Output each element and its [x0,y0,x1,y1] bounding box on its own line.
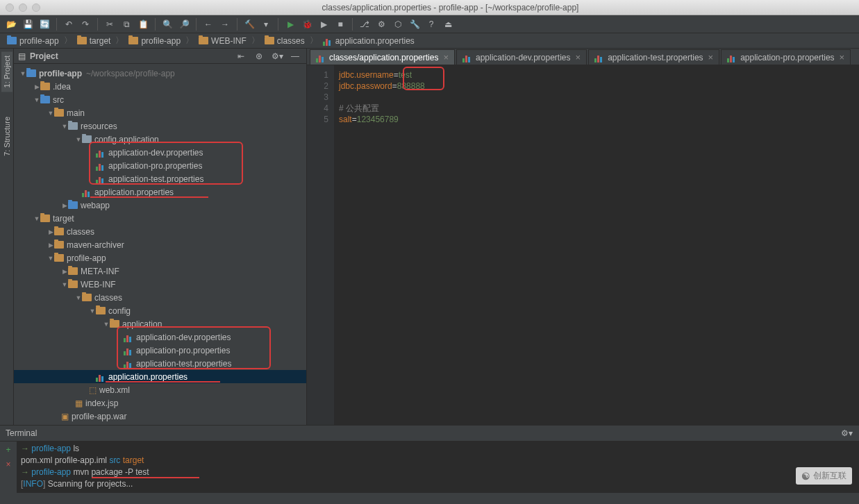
terminal-body[interactable]: → profile-app ls pom.xml profile-app.iml… [17,442,859,493]
run-config-icon[interactable]: ▾ [259,17,273,31]
tab-active[interactable]: classes/application.properties× [310,49,455,65]
folder-icon [54,109,64,117]
close-window-icon[interactable] [6,3,14,12]
terminal-header[interactable]: Terminal ⚙▾ [0,425,859,442]
crumb-0[interactable]: profile-app [4,35,62,47]
tools-icon[interactable]: 🔧 [408,17,422,31]
editor: classes/application.properties× applicat… [307,49,859,425]
vcs-icon[interactable]: ⎇ [358,17,372,31]
tree-pom[interactable]: mpom.xml [14,423,306,425]
plus-icon[interactable]: + [6,444,10,456]
tree-app2[interactable]: application.properties [14,370,306,383]
crumb-2[interactable]: profile-app [126,35,183,47]
open-icon[interactable]: 📂 [4,17,18,31]
debug-icon[interactable]: 🐞 [300,17,314,31]
sidebar-header: ▤ Project ⇤ ⊛ ⚙▾ — [14,49,306,64]
tab-dev[interactable]: application-dev.properties× [456,49,587,65]
tree-test[interactable]: application-test.properties [14,172,306,185]
exit-icon[interactable]: ⏏ [441,17,455,31]
tree-maven[interactable]: ▶maven-archiver [14,238,306,251]
sdk-icon[interactable]: ⬡ [391,17,405,31]
cut-icon[interactable]: ✂ [103,17,117,31]
properties-icon [96,148,106,158]
toolwindow-structure[interactable]: 7: Structure [1,112,12,160]
tree-webinf[interactable]: ▼WEB-INF [14,278,306,291]
sidebar-title[interactable]: Project [30,51,230,61]
crumb-4[interactable]: classes [262,35,308,47]
archive-icon: ▣ [61,412,69,421]
tree-indexjsp[interactable]: ▦index.jsp [14,396,306,410]
window-controls[interactable] [6,3,40,12]
tree-idea[interactable]: ▶.idea [14,80,306,93]
resources-icon [68,122,78,130]
close-icon[interactable]: × [840,52,845,62]
undo-icon[interactable]: ↶ [62,17,76,31]
tree-classes[interactable]: ▶classes [14,225,306,238]
forward-icon[interactable]: → [218,17,232,31]
redo-icon[interactable]: ↷ [78,17,92,31]
tab-test[interactable]: application-test.properties× [588,49,719,65]
close-icon[interactable]: × [576,52,581,62]
tree-pro[interactable]: application-pro.properties [14,159,306,172]
properties-icon [82,187,92,197]
tree-main[interactable]: ▼main [14,106,306,119]
tree-app[interactable]: application.properties [14,185,306,199]
code-body[interactable]: jdbc.username=test jdbc.password=888888 … [335,65,859,425]
tree-dev2[interactable]: application-dev.properties [14,330,306,344]
tree-profileapp[interactable]: ▼profile-app [14,251,306,264]
replace-icon[interactable]: 🔎 [177,17,191,31]
find-icon[interactable]: 🔍 [160,17,174,31]
tree-war[interactable]: ▣profile-app.war [14,410,306,423]
gear-icon[interactable]: ⚙▾ [840,426,853,440]
run-icon[interactable]: ▶ [283,17,297,31]
copy-icon[interactable]: ⧉ [119,17,133,31]
status-bar [0,493,859,498]
terminal[interactable]: + × → profile-app ls pom.xml profile-app… [0,442,859,493]
folder-icon [68,280,78,288]
help-icon[interactable]: ? [424,17,438,31]
tree-webxml[interactable]: ⬚web.xml [14,383,306,396]
back-icon[interactable]: ← [201,17,215,31]
tree-config[interactable]: ▼config.application [14,133,306,146]
hide-icon[interactable]: — [288,49,302,63]
crumb-5[interactable]: application.properties [320,35,417,47]
folder-icon [7,37,17,44]
tree-pro2[interactable]: application-pro.properties [14,344,306,357]
project-tree[interactable]: ▼profile-app~/workspace/profile-app ▶.id… [14,64,306,425]
folder-icon [265,37,274,44]
tree-resources[interactable]: ▼resources [14,119,306,133]
tree-config2[interactable]: ▼config [14,304,306,317]
folder-icon [199,37,208,44]
sync-icon[interactable]: 🔄 [37,17,51,31]
folder-icon [54,254,64,262]
close-icon[interactable]: × [443,52,449,62]
close-icon[interactable]: × [708,52,714,62]
tree-application2[interactable]: ▼application [14,317,306,330]
code-area[interactable]: 12345 jdbc.username=test jdbc.password=8… [307,65,859,425]
locate-icon[interactable]: ⊛ [252,49,266,63]
crumb-3[interactable]: WEB-INF [196,35,249,47]
collapse-icon[interactable]: ⇤ [234,49,248,63]
build-icon[interactable]: 🔨 [242,17,256,31]
gear-icon[interactable]: ⚙▾ [270,49,284,63]
project-sidebar: ▤ Project ⇤ ⊛ ⚙▾ — ▼profile-app~/workspa… [14,49,307,425]
close-icon[interactable]: × [6,459,10,471]
toolwindow-project[interactable]: 1: Project [1,51,12,92]
tree-src[interactable]: ▼src [14,93,306,106]
coverage-icon[interactable]: ▶ [317,17,331,31]
tree-test2[interactable]: application-test.properties [14,357,306,370]
minimize-window-icon[interactable] [19,3,27,12]
tree-classes2[interactable]: ▼classes [14,291,306,304]
zoom-window-icon[interactable] [32,3,40,12]
paste-icon[interactable]: 📋 [136,17,150,31]
structure-icon[interactable]: ⚙ [374,17,388,31]
tree-target[interactable]: ▼target [14,212,306,225]
save-icon[interactable]: 💾 [21,17,35,31]
tree-dev[interactable]: application-dev.properties [14,146,306,159]
tree-metainf[interactable]: ▶META-INF [14,264,306,278]
crumb-1[interactable]: target [74,35,114,47]
tab-pro[interactable]: application-pro.properties× [721,49,851,65]
tree-webapp[interactable]: ▶webapp [14,199,306,212]
tree-root[interactable]: ▼profile-app~/workspace/profile-app [14,67,306,80]
stop-icon[interactable]: ■ [333,17,347,31]
